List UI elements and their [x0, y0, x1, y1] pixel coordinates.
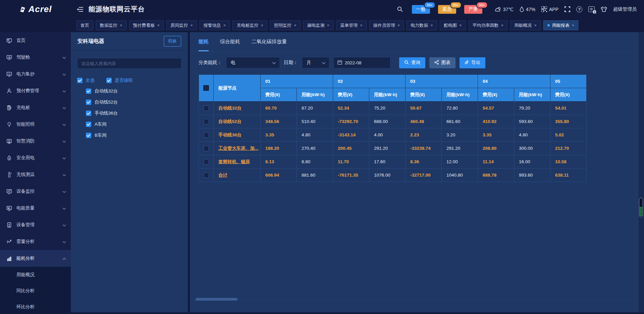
sidebar-item-电力集抄[interactable]: 电力集抄	[0, 66, 71, 82]
row-name-link[interactable]: 自动线32台	[218, 106, 241, 111]
chevron-down-icon	[62, 155, 66, 161]
tree-node-A车间[interactable]: A车间	[86, 119, 181, 130]
alarm-severe-button[interactable]: 严重99+	[464, 5, 482, 14]
tree-search-input[interactable]	[77, 58, 181, 69]
value-cell: 54.01	[550, 102, 587, 115]
app-qr[interactable]: APP	[541, 6, 558, 12]
tab-充电桩监控[interactable]: 充电桩监控×	[232, 20, 267, 30]
report-tab-二氧化碳排放量[interactable]: 二氧化碳排放量	[252, 39, 287, 51]
home-icon	[6, 38, 12, 44]
search-icon[interactable]	[397, 6, 403, 12]
sidebar-item-设备监控[interactable]: 设备监控	[0, 183, 71, 200]
battery-widget[interactable]	[639, 198, 643, 217]
tab-数据监控[interactable]: 数据监控×	[96, 20, 126, 30]
close-icon[interactable]: ×	[294, 23, 297, 28]
date-value: 2022-08	[345, 60, 362, 65]
tab-操作员管理[interactable]: 操作员管理×	[369, 20, 404, 30]
row-checkbox[interactable]	[204, 119, 209, 124]
row-checkbox[interactable]	[204, 132, 209, 138]
export-button[interactable]: 导出	[460, 57, 485, 68]
sidebar-item-智慧消防[interactable]: 智慧消防	[0, 133, 71, 149]
close-icon[interactable]: ×	[459, 23, 462, 28]
tab-照明监控[interactable]: 照明监控×	[270, 20, 301, 30]
row-name-link[interactable]: 自动线52台	[218, 119, 241, 124]
report-tab-综合能耗[interactable]: 综合能耗	[220, 39, 240, 51]
sidebar-subitem-同比分析[interactable]: 同比分析	[0, 283, 71, 299]
row-checkbox[interactable]	[204, 173, 209, 178]
cascade-checkbox[interactable]: 是否级联	[106, 77, 133, 83]
value-cell: 661.60	[442, 115, 478, 128]
close-icon[interactable]: ×	[501, 23, 504, 28]
close-icon[interactable]: ×	[397, 23, 400, 28]
fullscreen-icon[interactable]	[565, 6, 570, 12]
theme-shirt-icon[interactable]	[601, 6, 607, 12]
row-checkbox[interactable]	[204, 159, 209, 165]
select-all-checkbox[interactable]: 全选	[77, 77, 95, 83]
row-name-link[interactable]: 手动线36台	[218, 132, 241, 137]
period-select[interactable]: 月	[302, 57, 329, 68]
row-name-link[interactable]: 合计	[218, 173, 227, 178]
menu-collapse-icon[interactable]	[77, 7, 83, 12]
tree-node-自动线32台[interactable]: 自动线32台	[86, 85, 181, 97]
category-select[interactable]: 电	[226, 57, 280, 68]
row-checkbox-cell	[199, 128, 214, 142]
help-icon[interactable]: ?	[576, 6, 582, 12]
row-name-link[interactable]: 工业管大车床、加...	[218, 146, 258, 151]
table-row: 套筒转机、锯床6.138.8011.7017.608.3612.0011.141…	[199, 155, 587, 169]
value-cell: 4.80	[514, 128, 550, 142]
close-icon[interactable]: ×	[261, 23, 263, 28]
close-icon[interactable]: ×	[360, 23, 363, 28]
tab-平均功率因数[interactable]: 平均功率因数×	[469, 20, 508, 30]
sidebar-subitem-用能概况[interactable]: 用能概况	[0, 267, 71, 283]
sidebar-subitem-环比分析[interactable]: 环比分析	[0, 299, 71, 314]
sidebar-item-需量分析[interactable]: 需量分析	[0, 233, 71, 250]
tab-用能报表[interactable]: 用能报表×	[543, 20, 579, 30]
value-cell: -3143.14	[333, 128, 369, 142]
sidebar-item-安全用电[interactable]: 安全用电	[0, 149, 71, 166]
table-header-checkbox[interactable]	[203, 85, 209, 91]
close-icon[interactable]: ×	[572, 23, 575, 28]
sidebar-item-充电桩[interactable]: 充电桩	[0, 99, 71, 116]
select-all-label: 全选	[86, 77, 95, 83]
sidebar-item-电能质量[interactable]: 电能质量	[0, 200, 71, 216]
user-name[interactable]: 超级管理员	[613, 6, 637, 12]
tab-用能概况[interactable]: 用能概况×	[510, 20, 541, 30]
close-icon[interactable]: ×	[327, 23, 330, 28]
close-icon[interactable]: ×	[157, 23, 160, 28]
query-button[interactable]: 查询	[399, 57, 425, 68]
switch-button[interactable]: 切换	[164, 36, 181, 47]
sidebar-item-能耗分析[interactable]: 能耗分析	[0, 250, 71, 267]
sidebar-item-驾驶舱[interactable]: 驾驶舱	[0, 49, 71, 66]
row-checkbox[interactable]	[204, 106, 209, 111]
tree-node-B车间[interactable]: B车间	[86, 130, 181, 141]
close-icon[interactable]: ×	[534, 23, 537, 28]
tab-报警信息[interactable]: 报警信息×	[200, 20, 230, 30]
tab-预付费看板[interactable]: 预付费看板×	[129, 20, 164, 30]
close-icon[interactable]: ×	[223, 23, 226, 28]
alarm-general-button[interactable]: 一般99+	[412, 5, 430, 14]
sidebar-item-设备管理[interactable]: 设备管理	[0, 216, 71, 233]
tree-node-自动线52台[interactable]: 自动线52台	[86, 97, 181, 108]
close-icon[interactable]: ×	[430, 23, 433, 28]
alarm-urgent-button[interactable]: 紧急99+	[438, 5, 456, 14]
hscrollbar-thumb[interactable]	[196, 298, 237, 301]
chart-button[interactable]: 图表	[429, 57, 455, 68]
row-name-link[interactable]: 套筒转机、锯床	[218, 159, 250, 164]
tree-node-手动线36台[interactable]: 手动线36台	[86, 108, 181, 119]
tab-配电图[interactable]: 配电图×	[440, 20, 466, 30]
tab-菜单管理[interactable]: 菜单管理×	[336, 20, 367, 30]
tab-漏电监测[interactable]: 漏电监测×	[303, 20, 334, 30]
row-checkbox[interactable]	[204, 146, 209, 151]
sidebar-item-智能照明[interactable]: 智能照明	[0, 116, 71, 133]
report-tab-能耗[interactable]: 能耗	[199, 39, 209, 51]
close-icon[interactable]: ×	[120, 23, 122, 28]
sidebar-item-预付费管理[interactable]: 预付费管理	[0, 82, 71, 99]
close-icon[interactable]: ×	[190, 23, 193, 28]
sidebar-item-首页[interactable]: 首页	[0, 32, 71, 49]
language-icon[interactable]: 中A	[588, 6, 595, 12]
tab-首页[interactable]: 首页	[76, 20, 93, 30]
date-picker[interactable]: 2022-08	[333, 57, 390, 68]
tab-房间监控[interactable]: 房间监控×	[166, 20, 197, 30]
sidebar-item-无线测温[interactable]: 无线测温	[0, 166, 71, 183]
tab-电力数据[interactable]: 电力数据×	[407, 20, 437, 30]
